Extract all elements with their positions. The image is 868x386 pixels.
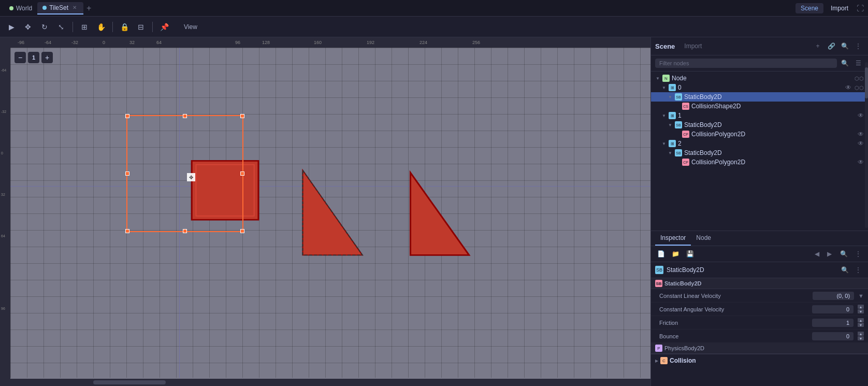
tool-separator-3 xyxy=(152,22,153,32)
prop-linear-velocity-dropdown[interactable]: ▼ xyxy=(858,293,864,299)
collision-row[interactable]: ▶ C Collision xyxy=(651,354,868,367)
scene-button[interactable]: Scene xyxy=(795,3,823,13)
bounce-spinner-down[interactable]: ▼ xyxy=(858,336,864,340)
tree-item-node-1[interactable]: ▼ ⊞ 1 👁 xyxy=(651,111,868,120)
group-tool-button[interactable]: ⊞ xyxy=(77,20,92,34)
fullscreen-icon[interactable]: ⛶ xyxy=(857,4,864,12)
tab-world[interactable]: World xyxy=(4,3,37,14)
ruler-v-tick: 0 xyxy=(1,151,3,155)
insp-node-menu-icon[interactable]: ⋮ xyxy=(852,264,864,276)
node-2-label: 2 xyxy=(678,140,856,147)
tree-item-colshape-0[interactable]: ▶ CS CollisionShape2D xyxy=(651,102,868,111)
ruler-h-tick: -32 xyxy=(71,40,78,45)
tree-item-node-2[interactable]: ▼ ⊞ 2 👁 xyxy=(651,139,868,148)
tree-item-staticbody-0[interactable]: ▼ SB StaticBody2D xyxy=(651,92,868,102)
prop-friction-spinners: ▲ ▼ xyxy=(858,318,864,327)
tab-node[interactable]: Node xyxy=(691,231,716,246)
filter-icon: ☰ xyxy=(852,58,864,69)
tree-item-node-0[interactable]: ▼ ⊞ 0 👁 ⬡⬡ xyxy=(651,83,868,92)
ruler-v-tick: -32 xyxy=(1,110,6,113)
insp-file-icon[interactable]: 📄 xyxy=(655,248,667,260)
tab-inspector[interactable]: Inspector xyxy=(655,231,691,246)
staticbody-0-label: StaticBody2D xyxy=(684,93,864,101)
tileset-tab-close[interactable]: ✕ xyxy=(71,4,78,11)
link-node-button[interactable]: 🔗 xyxy=(826,40,837,52)
scrollbar-thumb[interactable] xyxy=(93,380,166,384)
section-staticbody-icon: SB xyxy=(655,280,662,287)
hand-tool-button[interactable]: ✋ xyxy=(94,20,108,34)
spinner-down[interactable]: ▼ xyxy=(858,309,864,313)
svg-rect-0 xyxy=(192,161,258,220)
ruler-v-tick: 64 xyxy=(1,234,5,238)
world-tab-dot xyxy=(9,6,13,10)
ruler-h-tick: 256 xyxy=(472,40,480,45)
node-2-eye[interactable]: 👁 xyxy=(858,140,864,147)
insp-node-row: SB StaticBody2D 🔍 ⋮ xyxy=(651,262,868,278)
import-button[interactable]: Import xyxy=(826,3,853,13)
insp-search-button[interactable]: 🔍 xyxy=(838,248,849,260)
search-node-button[interactable]: 🔍 xyxy=(839,40,850,52)
ruler-h-tick: 64 xyxy=(156,40,162,45)
expand-arrow-1: ▼ xyxy=(661,113,667,118)
node-0-eye[interactable]: 👁 xyxy=(845,84,851,91)
prop-angular-velocity-value[interactable]: 0 xyxy=(812,305,853,313)
tree-item-staticbody-2[interactable]: ▼ SB StaticBody2D xyxy=(651,148,868,158)
add-node-button[interactable]: + xyxy=(812,40,823,52)
prop-friction-label: Friction xyxy=(659,320,808,326)
search-bar: 🔍 ☰ xyxy=(651,55,868,72)
more-options-button[interactable]: ⋮ xyxy=(852,40,864,52)
prop-bounce-value[interactable]: 0 xyxy=(812,332,853,340)
insp-more-button[interactable]: ⋮ xyxy=(852,248,864,260)
select-tool-button[interactable]: ▶ xyxy=(4,20,19,34)
colpoly-1-eye[interactable]: 👁 xyxy=(858,131,864,138)
zoom-out-button[interactable]: − xyxy=(15,52,26,63)
tileset-tab-dot xyxy=(42,6,47,10)
rotate-tool-button[interactable]: ↻ xyxy=(37,20,52,34)
collision-icon: C xyxy=(660,357,668,364)
pin-tool-button[interactable]: 📌 xyxy=(157,20,171,34)
prop-friction-value[interactable]: 1 xyxy=(812,319,853,327)
friction-spinner-down[interactable]: ▼ xyxy=(858,323,864,327)
insp-node-search-icon[interactable]: 🔍 xyxy=(839,264,850,276)
ruler-h-tick: 160 xyxy=(314,40,322,45)
prop-angular-velocity-label: Constant Angular Velocity xyxy=(659,306,808,312)
transform-tool-button[interactable]: ⤡ xyxy=(54,20,68,34)
friction-spinner-up[interactable]: ▲ xyxy=(858,318,864,322)
zoom-in-button[interactable]: + xyxy=(41,52,53,63)
insp-forward-button[interactable]: ▶ xyxy=(823,248,835,260)
add-tab-button[interactable]: + xyxy=(83,4,94,13)
node-root-icon: N xyxy=(662,75,670,82)
move-tool-button[interactable]: ✥ xyxy=(21,20,35,34)
colpoly-2-eye[interactable]: 👁 xyxy=(858,159,864,166)
ruler-corner xyxy=(0,37,10,48)
import-label[interactable]: Import xyxy=(684,42,702,50)
insp-folder-icon[interactable]: 📁 xyxy=(670,248,681,260)
tree-item-colpoly-1[interactable]: ▶ CP CollisionPolygon2D 👁 xyxy=(651,130,868,139)
staticbody-1-icon: SB xyxy=(675,121,682,128)
viewport[interactable]: -96 -64 -32 0 32 64 96 128 160 192 224 2… xyxy=(0,37,650,386)
ruler-h-tick: 224 xyxy=(419,40,427,45)
insp-back-button[interactable]: ◀ xyxy=(811,248,822,260)
tree-item-colpoly-2[interactable]: ▶ CP CollisionPolygon2D 👁 xyxy=(651,158,868,167)
tree-scrollbar-thumb[interactable] xyxy=(865,67,868,98)
insp-save-icon[interactable]: 💾 xyxy=(684,248,696,260)
view-button[interactable]: View xyxy=(178,21,204,33)
canvas-area[interactable]: ✥ xyxy=(10,48,650,378)
insp-section-physics[interactable]: P PhysicsBody2D xyxy=(651,343,868,354)
search-input[interactable] xyxy=(655,59,837,68)
prop-linear-velocity-value[interactable]: (0, 0) xyxy=(813,292,854,300)
horizontal-scrollbar[interactable] xyxy=(10,379,650,386)
tree-item-staticbody-1[interactable]: ▼ SB StaticBody2D xyxy=(651,120,868,130)
lock-tool-button[interactable]: 🔒 xyxy=(117,20,132,34)
scene-tree[interactable]: ▼ N Node ⬡⬡ ▼ ⊞ 0 👁 ⬡⬡ ▼ SB StaticBody2D xyxy=(651,72,868,231)
snap-tool-button[interactable]: ⊟ xyxy=(134,20,148,34)
ruler-h-tick: 128 xyxy=(262,40,270,45)
tree-item-node-root[interactable]: ▼ N Node ⬡⬡ xyxy=(651,74,868,83)
spinner-up[interactable]: ▲ xyxy=(858,305,864,309)
node-1-eye[interactable]: 👁 xyxy=(858,112,864,119)
tab-tileset[interactable]: TileSet ✕ xyxy=(37,2,83,15)
world-tab-label: World xyxy=(16,5,32,12)
search-icon: 🔍 xyxy=(839,58,850,69)
tree-scrollbar[interactable] xyxy=(865,62,868,228)
bounce-spinner-up[interactable]: ▲ xyxy=(858,332,864,336)
